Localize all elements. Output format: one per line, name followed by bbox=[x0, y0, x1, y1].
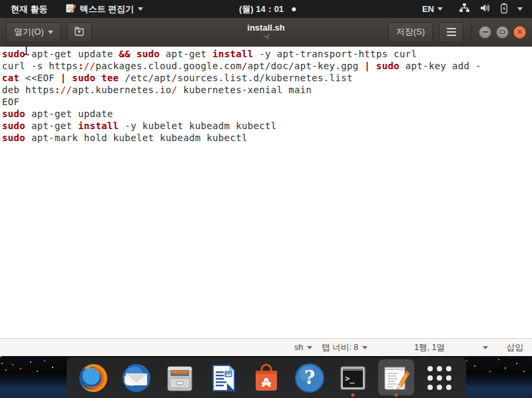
caret-down-icon bbox=[362, 346, 368, 349]
insert-mode-label: 삽입 bbox=[507, 342, 523, 353]
hamburger-menu-icon bbox=[447, 28, 456, 36]
gnome-top-bar: 현재 활동 텍스트 편집기 (월) 14：01 EN bbox=[0, 0, 532, 18]
maximize-icon bbox=[500, 30, 505, 34]
ubuntu-software-icon: A bbox=[250, 362, 282, 394]
cursor-position-label: 1행, 1열 bbox=[414, 342, 445, 353]
system-menu-caret-icon[interactable] bbox=[517, 7, 523, 11]
dock-files[interactable] bbox=[161, 357, 198, 398]
close-button[interactable]: ✕ bbox=[513, 26, 526, 39]
gedit-status-bar: sh 탭 너비: 8 1행, 1열 삽입 bbox=[0, 338, 532, 356]
dock-ubuntu-software[interactable]: A bbox=[248, 357, 285, 398]
insert-mode-indicator: 삽입 bbox=[507, 342, 523, 353]
running-indicator-dot bbox=[351, 393, 354, 397]
document-title: install.sh bbox=[247, 23, 284, 33]
open-button[interactable]: 열기(O) bbox=[6, 22, 61, 43]
dock-libreoffice-writer[interactable] bbox=[204, 357, 242, 398]
code-line: cat <<EOF | sudo tee /etc/apt/sources.li… bbox=[2, 72, 532, 84]
code-line: curl -s https://packages.cloud.google.co… bbox=[2, 60, 532, 72]
network-wired-icon[interactable] bbox=[459, 3, 470, 15]
new-document-icon bbox=[74, 26, 85, 38]
battery-charging-icon[interactable] bbox=[500, 3, 508, 16]
goto-line-dropdown[interactable] bbox=[483, 346, 488, 349]
clock-label: (월) 14：01 bbox=[239, 3, 284, 15]
running-indicator-dot bbox=[394, 393, 398, 397]
caret-down-icon bbox=[483, 346, 488, 349]
maximize-button[interactable] bbox=[496, 26, 509, 39]
keyboard-layout-label: EN bbox=[422, 4, 434, 14]
svg-text:?: ? bbox=[304, 367, 314, 389]
minimize-icon bbox=[483, 31, 488, 33]
dock-firefox[interactable] bbox=[75, 357, 112, 398]
help-icon: ? bbox=[294, 362, 326, 394]
language-selector[interactable]: sh bbox=[294, 343, 312, 352]
gedit-dock-icon bbox=[380, 362, 412, 394]
language-label: sh bbox=[294, 343, 303, 352]
minimize-button[interactable] bbox=[479, 26, 491, 39]
close-icon: ✕ bbox=[516, 28, 523, 36]
gedit-icon bbox=[65, 3, 76, 15]
editor-text-area[interactable]: sudo apt-get update && sudo apt-get inst… bbox=[0, 47, 532, 338]
files-icon bbox=[164, 362, 196, 394]
code-line: sudo apt-get update bbox=[2, 108, 532, 120]
code-line: sudo apt-get install -y kubelet kubeadm … bbox=[2, 120, 532, 132]
notification-dot bbox=[292, 7, 296, 11]
dock-help[interactable]: ? bbox=[291, 357, 328, 398]
menu-button[interactable] bbox=[439, 22, 463, 43]
open-button-label: 열기(O) bbox=[14, 26, 44, 38]
caret-down-icon bbox=[138, 7, 143, 11]
gedit-headerbar: 열기(O) install.sh ~/ 저장(S) bbox=[0, 18, 532, 47]
terminal-icon: >_ bbox=[337, 362, 369, 394]
activities-label: 현재 활동 bbox=[11, 3, 48, 15]
save-button-label: 저장(S) bbox=[396, 26, 425, 38]
keyboard-layout-indicator[interactable]: EN bbox=[422, 4, 443, 14]
app-grid-icon bbox=[427, 366, 451, 390]
gedit-window: 열기(O) install.sh ~/ 저장(S) bbox=[0, 18, 532, 356]
app-menu-button[interactable]: 텍스트 편집기 bbox=[63, 0, 146, 18]
tab-width-label: 탭 너비: 8 bbox=[322, 342, 358, 353]
caret-down-icon bbox=[307, 346, 312, 349]
window-title-block: install.sh ~/ bbox=[247, 23, 284, 41]
clock-button[interactable]: (월) 14：01 bbox=[236, 0, 286, 18]
code-line: EOF bbox=[2, 96, 532, 108]
svg-text:>_: >_ bbox=[345, 374, 355, 384]
firefox-icon bbox=[77, 362, 109, 394]
wallpaper-lights bbox=[0, 356, 1, 357]
activities-button[interactable]: 현재 활동 bbox=[8, 0, 51, 18]
ubuntu-dock: A ? >_ bbox=[67, 357, 466, 398]
caret-down-icon bbox=[437, 7, 443, 11]
caret-down-icon bbox=[48, 31, 53, 34]
code-line: sudo apt-get update && sudo apt-get inst… bbox=[2, 48, 532, 60]
dock-gedit[interactable] bbox=[378, 357, 415, 398]
cursor-position-indicator: 1행, 1열 bbox=[414, 342, 445, 353]
volume-icon[interactable] bbox=[479, 3, 491, 15]
code-line: sudo apt-mark hold kubelet kubeadm kubec… bbox=[2, 132, 532, 144]
thunderbird-icon bbox=[121, 362, 152, 394]
dock-thunderbird[interactable] bbox=[118, 357, 155, 398]
document-path: ~/ bbox=[247, 33, 284, 41]
tab-width-selector[interactable]: 탭 너비: 8 bbox=[322, 342, 368, 353]
new-tab-button[interactable] bbox=[67, 22, 92, 43]
app-menu-label: 텍스트 편집기 bbox=[80, 3, 134, 15]
code-line: deb https://apt.kubernetes.io/ kubernete… bbox=[2, 84, 532, 96]
code-lines: sudo apt-get update && sudo apt-get inst… bbox=[2, 48, 532, 144]
dock-app-grid[interactable] bbox=[421, 357, 458, 398]
libreoffice-writer-icon bbox=[207, 362, 239, 394]
save-button[interactable]: 저장(S) bbox=[388, 22, 433, 43]
headerbar-separator bbox=[471, 23, 472, 41]
dock-terminal[interactable]: >_ bbox=[334, 357, 372, 398]
